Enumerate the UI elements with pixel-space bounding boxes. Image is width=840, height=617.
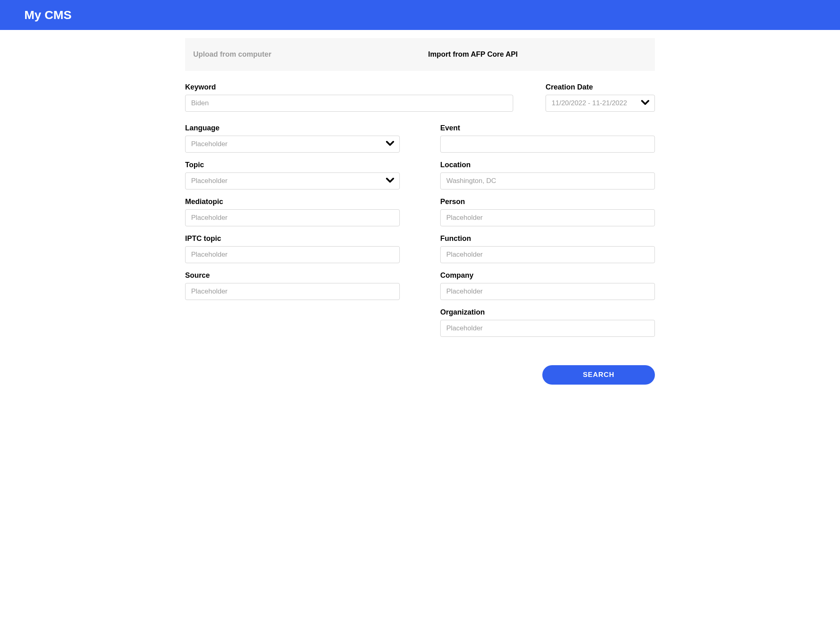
mediatopic-input[interactable] — [185, 209, 400, 226]
person-input[interactable] — [440, 209, 655, 226]
language-label: Language — [185, 124, 400, 132]
tab-import[interactable]: Import from AFP Core API — [420, 38, 655, 71]
app-title: My CMS — [24, 8, 816, 22]
topic-select[interactable] — [185, 172, 400, 189]
topic-field-group: Topic — [185, 161, 400, 189]
creation-date-label: Creation Date — [546, 83, 655, 91]
person-label: Person — [440, 198, 655, 206]
source-input[interactable] — [185, 283, 400, 300]
company-label: Company — [440, 271, 655, 280]
event-input[interactable] — [440, 136, 655, 153]
location-field-group: Location — [440, 161, 655, 189]
search-button-row: SEARCH — [185, 365, 655, 401]
person-field-group: Person — [440, 198, 655, 226]
company-input[interactable] — [440, 283, 655, 300]
search-button[interactable]: SEARCH — [542, 365, 655, 385]
mediatopic-field-group: Mediatopic — [185, 198, 400, 226]
iptc-topic-input[interactable] — [185, 246, 400, 263]
app-header: My CMS — [0, 0, 840, 30]
location-label: Location — [440, 161, 655, 169]
top-row: Keyword Creation Date — [185, 83, 655, 112]
source-field-group: Source — [185, 271, 400, 300]
tab-bar: Upload from computer Import from AFP Cor… — [185, 38, 655, 71]
event-field-group: Event — [440, 124, 655, 153]
language-field-group: Language — [185, 124, 400, 153]
company-field-group: Company — [440, 271, 655, 300]
creation-date-field-group: Creation Date — [546, 83, 655, 112]
topic-label: Topic — [185, 161, 400, 169]
function-label: Function — [440, 234, 655, 243]
iptc-topic-label: IPTC topic — [185, 234, 400, 243]
organization-input[interactable] — [440, 320, 655, 337]
main-container: Upload from computer Import from AFP Cor… — [177, 38, 663, 413]
organization-field-group: Organization — [440, 308, 655, 337]
function-input[interactable] — [440, 246, 655, 263]
search-form: Keyword Creation Date Language — [185, 71, 655, 413]
event-label: Event — [440, 124, 655, 132]
location-input[interactable] — [440, 172, 655, 189]
source-label: Source — [185, 271, 400, 280]
mediatopic-label: Mediatopic — [185, 198, 400, 206]
keyword-input[interactable] — [185, 95, 513, 112]
keyword-label: Keyword — [185, 83, 513, 91]
keyword-field-group: Keyword — [185, 83, 513, 112]
language-select[interactable] — [185, 136, 400, 153]
iptc-topic-field-group: IPTC topic — [185, 234, 400, 263]
function-field-group: Function — [440, 234, 655, 263]
creation-date-input[interactable] — [546, 95, 655, 112]
organization-label: Organization — [440, 308, 655, 317]
left-column: Language Topic — [185, 124, 400, 337]
tab-upload[interactable]: Upload from computer — [185, 38, 420, 71]
right-column: Event Location Person — [440, 124, 655, 337]
form-columns: Language Topic — [185, 124, 655, 337]
